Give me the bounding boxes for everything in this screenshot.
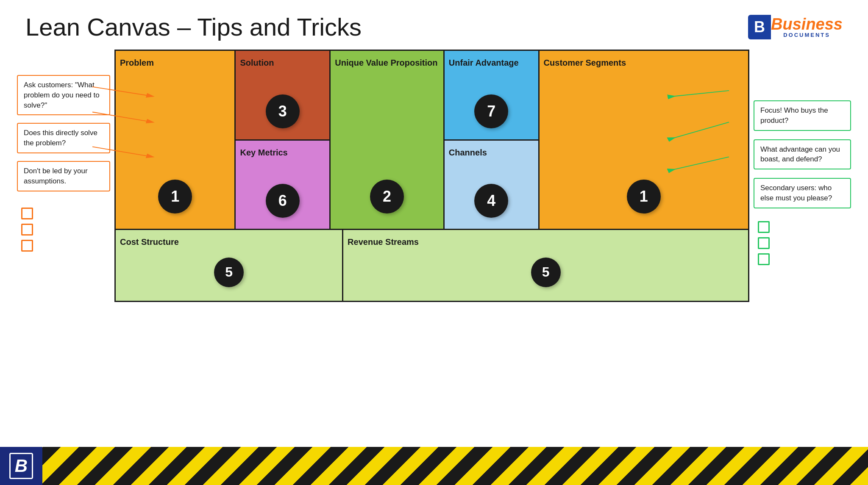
unfair-number: 7 xyxy=(474,94,508,128)
revenue-label: Revenue Streams xyxy=(348,237,419,247)
unfair-label: Unfair Advantage xyxy=(449,58,519,68)
cell-solution-metrics: Solution 3 Key Metrics 6 xyxy=(236,51,331,229)
cell-key-metrics: Key Metrics 6 xyxy=(236,141,329,229)
segments-number: 1 xyxy=(627,180,661,213)
main-content: Ask customers: "What problem do you need… xyxy=(0,50,868,302)
left-checkboxes xyxy=(17,208,110,252)
right-checkbox-3[interactable] xyxy=(758,253,770,265)
logo-documents: DOCUMENTS xyxy=(771,32,843,38)
canvas-top-row: Problem 1 Solution 3 Key Metrics 6 Uniqu… xyxy=(116,51,748,229)
lean-canvas: Problem 1 Solution 3 Key Metrics 6 Uniqu… xyxy=(114,50,749,302)
cell-cost: Cost Structure 5 xyxy=(116,230,343,301)
stripe-pattern xyxy=(42,447,868,485)
uvp-number: 2 xyxy=(370,180,404,213)
cell-unfair-channels: Unfair Advantage 7 Channels 4 xyxy=(445,51,540,229)
right-checkbox-2[interactable] xyxy=(758,237,770,249)
right-annotation-1: Focus! Who buys the product? xyxy=(754,100,851,131)
page-title: Lean Canvas – Tips and Tricks xyxy=(25,13,362,41)
solution-label: Solution xyxy=(240,58,274,68)
right-annotations: Focus! Who buys the product? What advant… xyxy=(754,50,851,302)
header: Lean Canvas – Tips and Tricks B Business… xyxy=(0,0,868,50)
bottom-logo-letter: B xyxy=(9,453,33,479)
solution-number: 3 xyxy=(266,94,300,128)
channels-label: Channels xyxy=(449,147,487,158)
left-annotation-3: Don't be led by your assumptions. xyxy=(17,161,110,191)
cell-unfair: Unfair Advantage 7 xyxy=(445,51,538,141)
bottom-bar: B xyxy=(0,447,868,485)
cost-label: Cost Structure xyxy=(120,237,179,247)
right-checkboxes xyxy=(754,221,851,265)
logo-business: Business xyxy=(771,16,843,32)
left-checkbox-3[interactable] xyxy=(21,240,33,252)
channels-number: 4 xyxy=(474,184,508,218)
logo-icon: B xyxy=(748,15,771,39)
logo: B Business DOCUMENTS xyxy=(748,15,843,39)
cost-number: 5 xyxy=(214,258,244,287)
cell-channels: Channels 4 xyxy=(445,141,538,229)
key-metrics-number: 6 xyxy=(266,184,300,218)
left-annotations: Ask customers: "What problem do you need… xyxy=(17,50,110,302)
right-checkbox-1[interactable] xyxy=(758,221,770,233)
cell-revenue: Revenue Streams 5 xyxy=(343,230,748,301)
bottom-stripes xyxy=(42,447,868,485)
problem-number: 1 xyxy=(158,180,192,213)
bottom-bar-logo: B xyxy=(0,447,42,485)
uvp-label: Unique Value Proposition xyxy=(335,58,437,68)
cell-problem: Problem 1 xyxy=(116,51,236,229)
problem-label: Problem xyxy=(120,58,154,68)
revenue-number: 5 xyxy=(531,258,561,287)
left-annotation-1: Ask customers: "What problem do you need… xyxy=(17,75,110,115)
logo-text: Business DOCUMENTS xyxy=(771,16,843,38)
cell-uvp: Unique Value Proposition 2 xyxy=(331,51,445,229)
cell-solution: Solution 3 xyxy=(236,51,329,141)
left-checkbox-2[interactable] xyxy=(21,224,33,236)
right-annotation-3: Secondary users: who else must you pleas… xyxy=(754,178,851,208)
key-metrics-label: Key Metrics xyxy=(240,147,287,158)
segments-label: Customer Segments xyxy=(544,58,626,68)
right-annotation-2: What advantage can you boast, and defend… xyxy=(754,139,851,170)
canvas-bottom-row: Cost Structure 5 Revenue Streams 5 xyxy=(116,229,748,301)
cell-segments: Customer Segments 1 xyxy=(540,51,748,229)
left-checkbox-1[interactable] xyxy=(21,208,33,219)
left-annotation-2: Does this directly solve the problem? xyxy=(17,123,110,153)
